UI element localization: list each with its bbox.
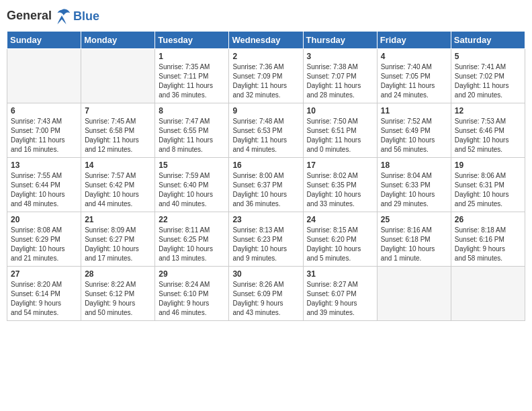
day-number: 20 bbox=[11, 215, 77, 224]
calendar-cell: 14Sunrise: 7:57 AM Sunset: 6:42 PM Dayli… bbox=[81, 158, 155, 212]
day-info: Sunrise: 8:26 AM Sunset: 6:09 PM Dayligh… bbox=[232, 280, 299, 318]
day-info: Sunrise: 7:36 AM Sunset: 7:09 PM Dayligh… bbox=[232, 62, 299, 100]
day-info: Sunrise: 7:59 AM Sunset: 6:40 PM Dayligh… bbox=[159, 171, 225, 209]
day-info: Sunrise: 8:27 AM Sunset: 6:07 PM Dayligh… bbox=[307, 280, 373, 318]
calendar-cell: 17Sunrise: 8:02 AM Sunset: 6:35 PM Dayli… bbox=[303, 158, 377, 212]
day-info: Sunrise: 8:16 AM Sunset: 6:18 PM Dayligh… bbox=[381, 226, 447, 263]
day-info: Sunrise: 7:47 AM Sunset: 6:55 PM Dayligh… bbox=[159, 117, 225, 154]
day-number: 8 bbox=[159, 106, 225, 116]
page-header: General Blue bbox=[7, 7, 525, 26]
calendar-cell: 30Sunrise: 8:26 AM Sunset: 6:09 PM Dayli… bbox=[229, 267, 303, 321]
calendar-cell bbox=[377, 267, 451, 321]
day-number: 22 bbox=[159, 215, 225, 224]
day-info: Sunrise: 7:52 AM Sunset: 6:49 PM Dayligh… bbox=[381, 117, 447, 154]
day-number: 3 bbox=[307, 52, 373, 61]
day-number: 30 bbox=[232, 269, 299, 279]
calendar-cell: 2Sunrise: 7:36 AM Sunset: 7:09 PM Daylig… bbox=[229, 49, 303, 103]
day-info: Sunrise: 8:11 AM Sunset: 6:25 PM Dayligh… bbox=[159, 226, 225, 263]
day-info: Sunrise: 8:24 AM Sunset: 6:10 PM Dayligh… bbox=[159, 280, 225, 318]
calendar-cell: 3Sunrise: 7:38 AM Sunset: 7:07 PM Daylig… bbox=[303, 49, 377, 103]
calendar-table: SundayMondayTuesdayWednesdayThursdayFrid… bbox=[7, 31, 525, 321]
calendar-cell: 6Sunrise: 7:43 AM Sunset: 7:00 PM Daylig… bbox=[7, 103, 81, 158]
day-info: Sunrise: 7:40 AM Sunset: 7:05 PM Dayligh… bbox=[381, 62, 447, 100]
calendar-cell: 20Sunrise: 8:08 AM Sunset: 6:29 PM Dayli… bbox=[7, 212, 81, 267]
calendar-cell: 31Sunrise: 8:27 AM Sunset: 6:07 PM Dayli… bbox=[303, 267, 377, 321]
weekday-header: Sunday bbox=[7, 32, 81, 49]
day-number: 21 bbox=[85, 215, 151, 224]
calendar-week-row: 27Sunrise: 8:20 AM Sunset: 6:14 PM Dayli… bbox=[7, 267, 525, 321]
day-info: Sunrise: 7:55 AM Sunset: 6:44 PM Dayligh… bbox=[11, 171, 77, 209]
day-info: Sunrise: 7:53 AM Sunset: 6:46 PM Dayligh… bbox=[455, 117, 521, 154]
calendar-cell: 15Sunrise: 7:59 AM Sunset: 6:40 PM Dayli… bbox=[155, 158, 229, 212]
weekday-header: Wednesday bbox=[229, 32, 303, 49]
weekday-header: Thursday bbox=[303, 32, 377, 49]
day-number: 29 bbox=[159, 269, 225, 279]
day-info: Sunrise: 8:18 AM Sunset: 6:16 PM Dayligh… bbox=[455, 226, 521, 263]
day-number: 4 bbox=[381, 52, 447, 61]
day-number: 6 bbox=[11, 106, 77, 116]
calendar-cell bbox=[451, 267, 525, 321]
day-info: Sunrise: 7:48 AM Sunset: 6:53 PM Dayligh… bbox=[232, 117, 299, 154]
day-info: Sunrise: 8:04 AM Sunset: 6:33 PM Dayligh… bbox=[381, 171, 447, 209]
calendar-cell: 27Sunrise: 8:20 AM Sunset: 6:14 PM Dayli… bbox=[7, 267, 81, 321]
day-info: Sunrise: 8:09 AM Sunset: 6:27 PM Dayligh… bbox=[85, 226, 151, 263]
day-number: 25 bbox=[381, 215, 447, 224]
calendar-week-row: 20Sunrise: 8:08 AM Sunset: 6:29 PM Dayli… bbox=[7, 212, 525, 267]
logo-blue: Blue bbox=[73, 9, 99, 24]
day-number: 16 bbox=[232, 161, 299, 170]
calendar-cell: 1Sunrise: 7:35 AM Sunset: 7:11 PM Daylig… bbox=[155, 49, 229, 103]
calendar-cell: 25Sunrise: 8:16 AM Sunset: 6:18 PM Dayli… bbox=[377, 212, 451, 267]
calendar-cell: 10Sunrise: 7:50 AM Sunset: 6:51 PM Dayli… bbox=[303, 103, 377, 158]
calendar-cell: 8Sunrise: 7:47 AM Sunset: 6:55 PM Daylig… bbox=[155, 103, 229, 158]
logo-general: General bbox=[7, 9, 52, 22]
calendar-cell: 5Sunrise: 7:41 AM Sunset: 7:02 PM Daylig… bbox=[451, 49, 525, 103]
day-info: Sunrise: 7:35 AM Sunset: 7:11 PM Dayligh… bbox=[159, 62, 225, 100]
calendar-cell: 9Sunrise: 7:48 AM Sunset: 6:53 PM Daylig… bbox=[229, 103, 303, 158]
day-number: 27 bbox=[11, 269, 77, 279]
day-number: 9 bbox=[232, 106, 299, 116]
weekday-header: Friday bbox=[377, 32, 451, 49]
weekday-header: Monday bbox=[81, 32, 155, 49]
day-number: 12 bbox=[455, 106, 521, 116]
day-info: Sunrise: 7:38 AM Sunset: 7:07 PM Dayligh… bbox=[307, 62, 373, 100]
calendar-cell: 16Sunrise: 8:00 AM Sunset: 6:37 PM Dayli… bbox=[229, 158, 303, 212]
day-number: 24 bbox=[307, 215, 373, 224]
logo-bird-icon bbox=[52, 7, 71, 26]
day-info: Sunrise: 8:20 AM Sunset: 6:14 PM Dayligh… bbox=[11, 280, 77, 318]
day-number: 15 bbox=[159, 161, 225, 170]
calendar-cell: 28Sunrise: 8:22 AM Sunset: 6:12 PM Dayli… bbox=[81, 267, 155, 321]
weekday-header: Tuesday bbox=[155, 32, 229, 49]
calendar-cell: 4Sunrise: 7:40 AM Sunset: 7:05 PM Daylig… bbox=[377, 49, 451, 103]
calendar-week-row: 1Sunrise: 7:35 AM Sunset: 7:11 PM Daylig… bbox=[7, 49, 525, 103]
calendar-cell: 22Sunrise: 8:11 AM Sunset: 6:25 PM Dayli… bbox=[155, 212, 229, 267]
logo: General Blue bbox=[7, 7, 99, 26]
calendar-cell: 7Sunrise: 7:45 AM Sunset: 6:58 PM Daylig… bbox=[81, 103, 155, 158]
day-number: 17 bbox=[307, 161, 373, 170]
calendar-cell: 29Sunrise: 8:24 AM Sunset: 6:10 PM Dayli… bbox=[155, 267, 229, 321]
day-number: 1 bbox=[159, 52, 225, 61]
calendar-cell bbox=[81, 49, 155, 103]
day-info: Sunrise: 8:13 AM Sunset: 6:23 PM Dayligh… bbox=[232, 226, 299, 263]
day-info: Sunrise: 8:15 AM Sunset: 6:20 PM Dayligh… bbox=[307, 226, 373, 263]
day-number: 23 bbox=[232, 215, 299, 224]
day-number: 7 bbox=[85, 106, 151, 116]
day-info: Sunrise: 8:08 AM Sunset: 6:29 PM Dayligh… bbox=[11, 226, 77, 263]
calendar-cell: 26Sunrise: 8:18 AM Sunset: 6:16 PM Dayli… bbox=[451, 212, 525, 267]
day-info: Sunrise: 7:50 AM Sunset: 6:51 PM Dayligh… bbox=[307, 117, 373, 154]
calendar-week-row: 6Sunrise: 7:43 AM Sunset: 7:00 PM Daylig… bbox=[7, 103, 525, 158]
day-number: 13 bbox=[11, 161, 77, 170]
day-number: 10 bbox=[307, 106, 373, 116]
calendar-cell: 12Sunrise: 7:53 AM Sunset: 6:46 PM Dayli… bbox=[451, 103, 525, 158]
day-number: 31 bbox=[307, 269, 373, 279]
day-info: Sunrise: 7:41 AM Sunset: 7:02 PM Dayligh… bbox=[455, 62, 521, 100]
day-info: Sunrise: 7:57 AM Sunset: 6:42 PM Dayligh… bbox=[85, 171, 151, 209]
day-number: 26 bbox=[455, 215, 521, 224]
calendar-cell: 19Sunrise: 8:06 AM Sunset: 6:31 PM Dayli… bbox=[451, 158, 525, 212]
weekday-header: Saturday bbox=[451, 32, 525, 49]
calendar-week-row: 13Sunrise: 7:55 AM Sunset: 6:44 PM Dayli… bbox=[7, 158, 525, 212]
day-number: 18 bbox=[381, 161, 447, 170]
calendar-cell: 24Sunrise: 8:15 AM Sunset: 6:20 PM Dayli… bbox=[303, 212, 377, 267]
day-number: 19 bbox=[455, 161, 521, 170]
calendar-cell bbox=[7, 49, 81, 103]
calendar-cell: 23Sunrise: 8:13 AM Sunset: 6:23 PM Dayli… bbox=[229, 212, 303, 267]
